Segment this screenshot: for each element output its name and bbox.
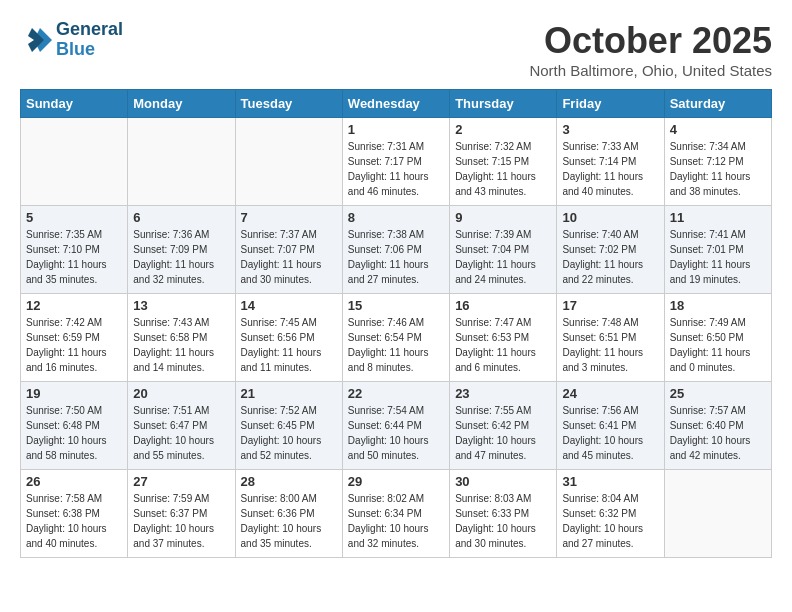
logo-icon (20, 24, 52, 56)
day-cell: 12Sunrise: 7:42 AM Sunset: 6:59 PM Dayli… (21, 294, 128, 382)
day-number: 26 (26, 474, 122, 489)
day-number: 20 (133, 386, 229, 401)
day-info: Sunrise: 8:00 AM Sunset: 6:36 PM Dayligh… (241, 491, 337, 551)
day-number: 17 (562, 298, 658, 313)
day-number: 11 (670, 210, 766, 225)
day-number: 22 (348, 386, 444, 401)
day-cell: 14Sunrise: 7:45 AM Sunset: 6:56 PM Dayli… (235, 294, 342, 382)
logo-line2: Blue (56, 39, 95, 59)
day-info: Sunrise: 8:02 AM Sunset: 6:34 PM Dayligh… (348, 491, 444, 551)
day-number: 28 (241, 474, 337, 489)
day-number: 2 (455, 122, 551, 137)
day-number: 30 (455, 474, 551, 489)
day-number: 31 (562, 474, 658, 489)
day-cell: 8Sunrise: 7:38 AM Sunset: 7:06 PM Daylig… (342, 206, 449, 294)
day-info: Sunrise: 7:55 AM Sunset: 6:42 PM Dayligh… (455, 403, 551, 463)
day-cell: 23Sunrise: 7:55 AM Sunset: 6:42 PM Dayli… (450, 382, 557, 470)
day-info: Sunrise: 8:03 AM Sunset: 6:33 PM Dayligh… (455, 491, 551, 551)
day-cell (235, 118, 342, 206)
day-cell (21, 118, 128, 206)
day-info: Sunrise: 7:31 AM Sunset: 7:17 PM Dayligh… (348, 139, 444, 199)
day-cell (128, 118, 235, 206)
day-number: 3 (562, 122, 658, 137)
col-header-monday: Monday (128, 90, 235, 118)
day-number: 13 (133, 298, 229, 313)
day-number: 9 (455, 210, 551, 225)
day-number: 5 (26, 210, 122, 225)
day-cell (664, 470, 771, 558)
day-info: Sunrise: 7:38 AM Sunset: 7:06 PM Dayligh… (348, 227, 444, 287)
day-info: Sunrise: 7:34 AM Sunset: 7:12 PM Dayligh… (670, 139, 766, 199)
day-info: Sunrise: 7:57 AM Sunset: 6:40 PM Dayligh… (670, 403, 766, 463)
day-number: 15 (348, 298, 444, 313)
col-header-tuesday: Tuesday (235, 90, 342, 118)
day-number: 24 (562, 386, 658, 401)
day-info: Sunrise: 7:32 AM Sunset: 7:15 PM Dayligh… (455, 139, 551, 199)
day-info: Sunrise: 7:52 AM Sunset: 6:45 PM Dayligh… (241, 403, 337, 463)
col-header-thursday: Thursday (450, 90, 557, 118)
day-number: 4 (670, 122, 766, 137)
day-info: Sunrise: 7:56 AM Sunset: 6:41 PM Dayligh… (562, 403, 658, 463)
day-cell: 27Sunrise: 7:59 AM Sunset: 6:37 PM Dayli… (128, 470, 235, 558)
day-info: Sunrise: 7:36 AM Sunset: 7:09 PM Dayligh… (133, 227, 229, 287)
day-info: Sunrise: 7:42 AM Sunset: 6:59 PM Dayligh… (26, 315, 122, 375)
day-info: Sunrise: 7:47 AM Sunset: 6:53 PM Dayligh… (455, 315, 551, 375)
day-number: 1 (348, 122, 444, 137)
title-block: October 2025 North Baltimore, Ohio, Unit… (529, 20, 772, 79)
day-number: 23 (455, 386, 551, 401)
day-number: 29 (348, 474, 444, 489)
day-info: Sunrise: 7:54 AM Sunset: 6:44 PM Dayligh… (348, 403, 444, 463)
day-info: Sunrise: 7:40 AM Sunset: 7:02 PM Dayligh… (562, 227, 658, 287)
month-title: October 2025 (529, 20, 772, 62)
day-info: Sunrise: 7:50 AM Sunset: 6:48 PM Dayligh… (26, 403, 122, 463)
calendar-table: SundayMondayTuesdayWednesdayThursdayFrid… (20, 89, 772, 558)
day-number: 10 (562, 210, 658, 225)
day-info: Sunrise: 7:37 AM Sunset: 7:07 PM Dayligh… (241, 227, 337, 287)
day-cell: 20Sunrise: 7:51 AM Sunset: 6:47 PM Dayli… (128, 382, 235, 470)
day-number: 7 (241, 210, 337, 225)
day-info: Sunrise: 7:59 AM Sunset: 6:37 PM Dayligh… (133, 491, 229, 551)
day-number: 6 (133, 210, 229, 225)
day-cell: 22Sunrise: 7:54 AM Sunset: 6:44 PM Dayli… (342, 382, 449, 470)
day-cell: 7Sunrise: 7:37 AM Sunset: 7:07 PM Daylig… (235, 206, 342, 294)
logo-line1: General (56, 19, 123, 39)
day-info: Sunrise: 7:41 AM Sunset: 7:01 PM Dayligh… (670, 227, 766, 287)
location-subtitle: North Baltimore, Ohio, United States (529, 62, 772, 79)
day-cell: 16Sunrise: 7:47 AM Sunset: 6:53 PM Dayli… (450, 294, 557, 382)
col-header-saturday: Saturday (664, 90, 771, 118)
day-cell: 2Sunrise: 7:32 AM Sunset: 7:15 PM Daylig… (450, 118, 557, 206)
day-cell: 9Sunrise: 7:39 AM Sunset: 7:04 PM Daylig… (450, 206, 557, 294)
day-cell: 25Sunrise: 7:57 AM Sunset: 6:40 PM Dayli… (664, 382, 771, 470)
day-number: 21 (241, 386, 337, 401)
week-row-2: 5Sunrise: 7:35 AM Sunset: 7:10 PM Daylig… (21, 206, 772, 294)
day-cell: 30Sunrise: 8:03 AM Sunset: 6:33 PM Dayli… (450, 470, 557, 558)
day-info: Sunrise: 7:46 AM Sunset: 6:54 PM Dayligh… (348, 315, 444, 375)
col-header-wednesday: Wednesday (342, 90, 449, 118)
day-number: 25 (670, 386, 766, 401)
day-cell: 19Sunrise: 7:50 AM Sunset: 6:48 PM Dayli… (21, 382, 128, 470)
day-info: Sunrise: 7:45 AM Sunset: 6:56 PM Dayligh… (241, 315, 337, 375)
day-info: Sunrise: 7:35 AM Sunset: 7:10 PM Dayligh… (26, 227, 122, 287)
day-info: Sunrise: 7:43 AM Sunset: 6:58 PM Dayligh… (133, 315, 229, 375)
day-info: Sunrise: 7:49 AM Sunset: 6:50 PM Dayligh… (670, 315, 766, 375)
day-cell: 15Sunrise: 7:46 AM Sunset: 6:54 PM Dayli… (342, 294, 449, 382)
day-number: 12 (26, 298, 122, 313)
day-cell: 28Sunrise: 8:00 AM Sunset: 6:36 PM Dayli… (235, 470, 342, 558)
day-number: 19 (26, 386, 122, 401)
day-number: 14 (241, 298, 337, 313)
day-cell: 3Sunrise: 7:33 AM Sunset: 7:14 PM Daylig… (557, 118, 664, 206)
week-row-4: 19Sunrise: 7:50 AM Sunset: 6:48 PM Dayli… (21, 382, 772, 470)
day-cell: 26Sunrise: 7:58 AM Sunset: 6:38 PM Dayli… (21, 470, 128, 558)
day-info: Sunrise: 7:39 AM Sunset: 7:04 PM Dayligh… (455, 227, 551, 287)
day-info: Sunrise: 7:51 AM Sunset: 6:47 PM Dayligh… (133, 403, 229, 463)
day-cell: 21Sunrise: 7:52 AM Sunset: 6:45 PM Dayli… (235, 382, 342, 470)
week-row-5: 26Sunrise: 7:58 AM Sunset: 6:38 PM Dayli… (21, 470, 772, 558)
day-cell: 1Sunrise: 7:31 AM Sunset: 7:17 PM Daylig… (342, 118, 449, 206)
col-header-sunday: Sunday (21, 90, 128, 118)
day-cell: 11Sunrise: 7:41 AM Sunset: 7:01 PM Dayli… (664, 206, 771, 294)
day-number: 16 (455, 298, 551, 313)
day-number: 8 (348, 210, 444, 225)
day-cell: 5Sunrise: 7:35 AM Sunset: 7:10 PM Daylig… (21, 206, 128, 294)
day-cell: 31Sunrise: 8:04 AM Sunset: 6:32 PM Dayli… (557, 470, 664, 558)
day-number: 18 (670, 298, 766, 313)
